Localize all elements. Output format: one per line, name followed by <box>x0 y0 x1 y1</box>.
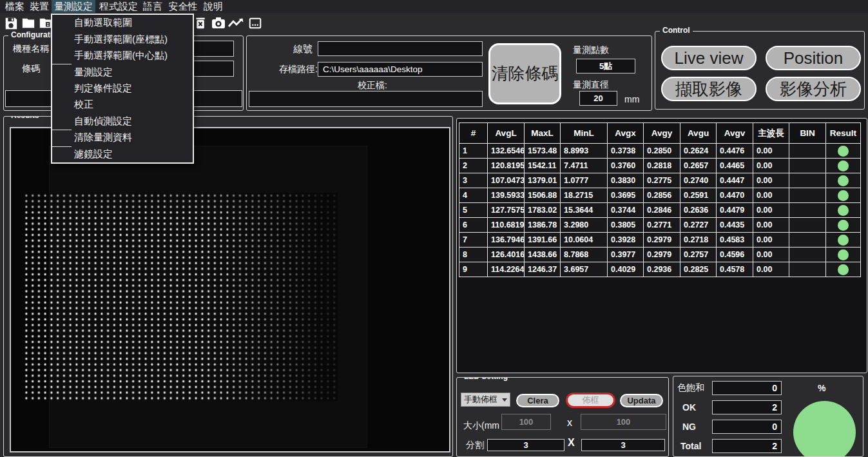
table-cell-bin <box>789 248 826 262</box>
menu-item-manual-select-range-coord[interactable]: 手動選擇範圍(座標點) <box>52 31 193 47</box>
table-body: 1132.65461573.488.89930.37380.28500.2624… <box>459 144 861 277</box>
table-cell-minl: 15.3644 <box>561 203 608 218</box>
size-x-input[interactable]: 100 <box>501 414 551 430</box>
line-number-input[interactable] <box>318 41 483 56</box>
menu-item-manual-select-range-center[interactable]: 手動選擇範圍(中心點) <box>52 48 193 64</box>
table-row[interactable]: 6110.68191386.783.29800.38050.27710.2727… <box>459 218 861 233</box>
yield-gauge-circle <box>793 401 856 457</box>
table-cell-result <box>826 218 861 233</box>
table-cell-result <box>826 248 861 262</box>
table-cell-result <box>826 262 861 277</box>
table-cell-maxl: 1391.66 <box>525 233 561 248</box>
split-y-input[interactable]: 3 <box>581 439 665 451</box>
control-group: Control Live viewPosition擷取影像影像分析 <box>655 31 865 110</box>
table-row[interactable]: 1132.65461573.488.89930.37380.28500.2624… <box>459 144 861 159</box>
saturation-input[interactable]: 0 <box>712 381 782 395</box>
update-button[interactable]: Updata <box>620 394 663 407</box>
camera-image-view[interactable] <box>10 127 450 452</box>
table-cell-avgl: 127.7575 <box>488 203 525 218</box>
table-cell-minl: 8.7868 <box>561 248 608 262</box>
menubar-item-language[interactable]: 語言 <box>140 0 165 13</box>
table-cell-avgl: 107.0473 <box>488 173 525 188</box>
table-cell-bin <box>789 218 826 233</box>
image-analysis-button[interactable]: 影像分析 <box>766 77 861 101</box>
menu-item-filter-settings[interactable]: 濾鏡設定 <box>52 146 193 162</box>
total-count-input[interactable]: 2 <box>712 439 782 453</box>
menu-item-calibration[interactable]: 校正 <box>52 97 193 113</box>
table-header-cell: Avgu <box>680 123 717 144</box>
table-header-row: #AvgLMaxLMinLAvgxAvgyAvguAvgv主波長BINResul… <box>459 123 861 144</box>
layout-mode-value: 手動佈框 <box>461 394 500 405</box>
table-row[interactable]: 8126.40161438.668.78680.39770.29790.2757… <box>459 248 861 262</box>
table-header-cell: Avgx <box>608 123 644 144</box>
trend-chart-icon[interactable] <box>227 15 244 32</box>
table-cell-n: 1 <box>459 144 488 159</box>
table-cell-maxl: 1379.01 <box>525 173 561 188</box>
menu-item-measure-settings[interactable]: 量測設定 <box>52 64 193 80</box>
table-cell-maxl: 1438.66 <box>525 248 561 262</box>
table-cell-avgv: 0.4465 <box>717 159 753 173</box>
menubar-item-security[interactable]: 安全性 <box>166 0 200 13</box>
measure-diameter-input[interactable]: 20 <box>579 91 617 106</box>
table-cell-avgl: 132.6546 <box>488 144 525 159</box>
table-cell-bin <box>789 203 826 218</box>
table-row[interactable]: 5127.75751783.0215.36440.37440.28460.263… <box>459 203 861 218</box>
percent-label: % <box>818 383 825 393</box>
clear-button[interactable]: Clera <box>516 394 559 407</box>
table-cell-avgy: 0.2979 <box>644 248 680 262</box>
calibration-file-input[interactable] <box>249 91 483 107</box>
table-cell-avgv: 0.4578 <box>717 262 753 277</box>
menu-item-clear-measure-data[interactable]: 清除量測資料 <box>52 130 193 146</box>
led-dot-matrix <box>23 193 338 401</box>
menu-item-auto-select-range[interactable]: 自動選取範圍 <box>52 15 193 31</box>
window-icon[interactable] <box>247 15 264 32</box>
table-cell-avgu: 0.2718 <box>680 233 717 248</box>
menubar-item-device[interactable]: 裝置 <box>27 0 52 13</box>
ok-count-input[interactable]: 2 <box>712 400 782 414</box>
live-view-button[interactable]: Live view <box>661 46 757 70</box>
table-row[interactable]: 2120.81951542.117.47110.37600.28180.2657… <box>459 159 861 173</box>
size-y-input[interactable]: 100 <box>581 414 666 430</box>
results-table: #AvgLMaxLMinLAvgxAvgyAvguAvgv主波長BINResul… <box>459 122 861 277</box>
table-cell-result <box>826 159 861 173</box>
save-icon[interactable] <box>3 15 19 32</box>
table-row[interactable]: 3107.04731379.011.07770.38300.27750.2740… <box>459 173 861 188</box>
capture-image-button[interactable]: 擷取影像 <box>661 77 757 101</box>
table-header-cell: Avgy <box>644 123 680 144</box>
split-x-input[interactable]: 3 <box>487 439 564 451</box>
frame-layout-button[interactable]: 佈框 <box>566 393 615 408</box>
save-path-input[interactable]: C:\Users\aaaaaa\Desktop <box>318 62 483 77</box>
table-cell-bin <box>789 173 826 188</box>
table-cell-wave: 0.00 <box>753 188 789 203</box>
menubar-item-program-settings[interactable]: 程式設定 <box>97 0 140 13</box>
ok-label: OK <box>682 402 696 413</box>
measure-points-input[interactable]: 5點 <box>576 59 635 73</box>
clear-image-icon[interactable] <box>192 15 209 32</box>
open-folder-icon[interactable] <box>20 15 37 32</box>
table-cell-wave: 0.00 <box>753 173 789 188</box>
menubar-item-file[interactable]: 檔案 <box>3 0 27 13</box>
ng-count-input[interactable]: 0 <box>712 420 782 434</box>
result-status-dot <box>838 220 849 231</box>
table-row[interactable]: 9114.22641246.373.69570.40290.29360.2825… <box>459 262 861 277</box>
table-cell-avgx: 0.3830 <box>608 173 644 188</box>
menubar-item-help[interactable]: 說明 <box>201 0 226 13</box>
table-cell-wave: 0.00 <box>753 144 789 159</box>
table-cell-avgl: 136.7946 <box>488 233 525 248</box>
camera-icon[interactable] <box>210 15 227 32</box>
table-row[interactable]: 7136.79461391.6610.06040.39280.29790.271… <box>459 233 861 248</box>
table-cell-avgx: 0.3928 <box>608 233 644 248</box>
layout-mode-select[interactable]: 手動佈框 <box>461 393 510 407</box>
position-button[interactable]: Position <box>766 46 861 70</box>
menu-item-judge-condition-settings[interactable]: 判定條件設定 <box>52 81 193 97</box>
table-cell-n: 2 <box>459 159 488 173</box>
table-row[interactable]: 4139.59331506.8818.27150.36950.28560.259… <box>459 188 861 203</box>
table-cell-avgv: 0.4479 <box>717 203 753 218</box>
model-name-label: 機種名稱 <box>13 43 49 55</box>
table-cell-n: 4 <box>459 188 488 203</box>
menubar-item-measure-settings[interactable]: 量測設定 <box>52 0 95 13</box>
main-window: 檔案裝置量測設定程式設定語言安全性說明 Configuration 機種名稱 條… <box>0 0 868 457</box>
table-cell-avgy: 0.2850 <box>644 144 680 159</box>
clear-barcode-button[interactable]: 清除條碼 <box>488 43 561 104</box>
menu-item-auto-detect-settings[interactable]: 自動偵測設定 <box>52 113 193 130</box>
